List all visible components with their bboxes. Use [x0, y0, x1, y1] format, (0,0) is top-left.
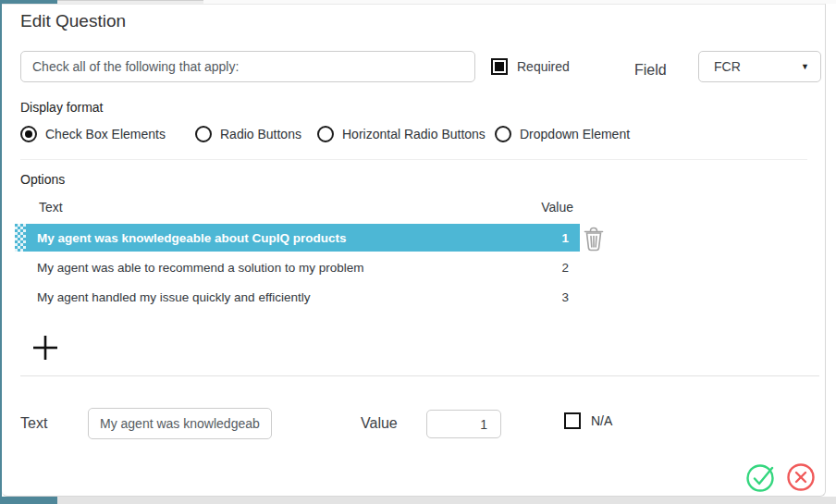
options-label: Options	[20, 172, 65, 187]
radio-button-icon	[495, 126, 511, 142]
editor-text-label: Text	[20, 415, 47, 432]
field-label: Field	[634, 62, 667, 79]
trash-icon	[583, 226, 605, 252]
option-text: My agent was able to recommend a solutio…	[15, 261, 528, 275]
confirm-button[interactable]	[745, 461, 777, 493]
options-column-header-value: Value	[518, 200, 573, 215]
option-text: My agent was knowledgeable about CupIQ p…	[15, 231, 528, 245]
x-circle-icon	[785, 461, 817, 493]
required-label: Required	[517, 59, 570, 74]
option-value: 1	[528, 231, 580, 245]
required-checkbox-group[interactable]: Required	[491, 58, 570, 75]
radio-horizontal-radio-buttons[interactable]: Horizontal Radio Buttons	[317, 126, 486, 142]
page-background-teal-bottom	[0, 497, 57, 504]
editor-value-label: Value	[361, 415, 398, 432]
editor-divider	[20, 375, 819, 376]
display-format-label: Display format	[20, 100, 103, 115]
editor-value-input[interactable]	[426, 410, 501, 438]
na-checkbox-group[interactable]: N/A	[564, 412, 612, 429]
required-checkbox[interactable]	[491, 58, 508, 75]
option-row[interactable]: My agent was knowledgeable about CupIQ p…	[15, 224, 580, 252]
radio-label: Radio Buttons	[220, 127, 301, 141]
delete-option-button[interactable]	[583, 226, 605, 252]
radio-check-box-elements[interactable]: Check Box Elements	[20, 126, 166, 142]
cancel-button[interactable]	[785, 461, 817, 493]
plus-icon	[31, 334, 59, 362]
option-row[interactable]: My agent was able to recommend a solutio…	[15, 253, 580, 281]
options-column-header-text: Text	[39, 200, 63, 215]
editor-text-input[interactable]	[88, 408, 272, 439]
check-circle-icon	[745, 461, 777, 493]
modal-title: Edit Question	[20, 11, 126, 31]
radio-dropdown-element[interactable]: Dropdown Element	[495, 126, 630, 142]
radio-button-icon	[317, 126, 334, 142]
field-select[interactable]: FCR ▼	[698, 51, 821, 82]
na-label: N/A	[591, 413, 612, 428]
option-value: 2	[528, 261, 580, 275]
option-text: My agent handled my issue quickly and ef…	[15, 290, 528, 304]
radio-radio-buttons[interactable]: Radio Buttons	[195, 126, 301, 142]
radio-label: Check Box Elements	[45, 127, 166, 141]
page-background-bottom	[0, 497, 836, 504]
section-divider	[20, 159, 807, 160]
edit-question-modal: Edit Question Required Field FCR ▼ Displ…	[2, 4, 826, 497]
field-select-value: FCR	[699, 59, 801, 74]
radio-label: Horizontal Radio Buttons	[342, 127, 486, 141]
option-row[interactable]: My agent handled my issue quickly and ef…	[15, 283, 580, 311]
na-checkbox[interactable]	[564, 412, 581, 429]
add-option-button[interactable]	[31, 334, 59, 362]
radio-button-icon	[20, 126, 37, 142]
drag-handle[interactable]	[15, 224, 26, 252]
radio-label: Dropdown Element	[520, 127, 630, 141]
radio-button-icon	[195, 126, 212, 142]
option-value: 3	[528, 290, 580, 304]
question-text-input[interactable]	[20, 51, 475, 82]
chevron-down-icon: ▼	[801, 62, 820, 71]
